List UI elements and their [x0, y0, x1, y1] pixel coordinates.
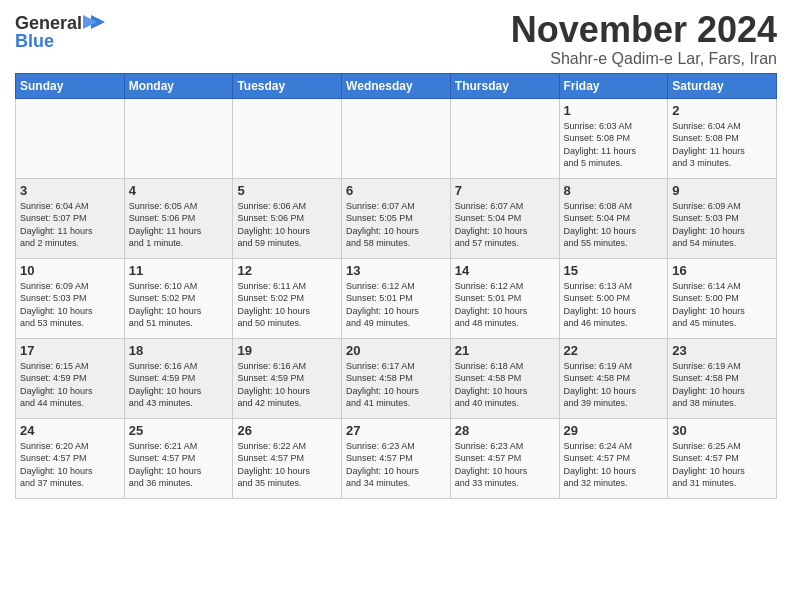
- day-info: Sunrise: 6:06 AM Sunset: 5:06 PM Dayligh…: [237, 200, 337, 250]
- cell-3-1: 18Sunrise: 6:16 AM Sunset: 4:59 PM Dayli…: [124, 338, 233, 418]
- week-row-5: 24Sunrise: 6:20 AM Sunset: 4:57 PM Dayli…: [16, 418, 777, 498]
- cell-0-0: [16, 98, 125, 178]
- header-wednesday: Wednesday: [342, 73, 451, 98]
- day-number: 20: [346, 343, 446, 358]
- cell-4-4: 28Sunrise: 6:23 AM Sunset: 4:57 PM Dayli…: [450, 418, 559, 498]
- day-number: 15: [564, 263, 664, 278]
- day-number: 2: [672, 103, 772, 118]
- day-number: 12: [237, 263, 337, 278]
- cell-4-5: 29Sunrise: 6:24 AM Sunset: 4:57 PM Dayli…: [559, 418, 668, 498]
- cell-2-1: 11Sunrise: 6:10 AM Sunset: 5:02 PM Dayli…: [124, 258, 233, 338]
- day-info: Sunrise: 6:21 AM Sunset: 4:57 PM Dayligh…: [129, 440, 229, 490]
- cell-1-1: 4Sunrise: 6:05 AM Sunset: 5:06 PM Daylig…: [124, 178, 233, 258]
- header-sunday: Sunday: [16, 73, 125, 98]
- day-info: Sunrise: 6:05 AM Sunset: 5:06 PM Dayligh…: [129, 200, 229, 250]
- day-info: Sunrise: 6:19 AM Sunset: 4:58 PM Dayligh…: [564, 360, 664, 410]
- cell-2-0: 10Sunrise: 6:09 AM Sunset: 5:03 PM Dayli…: [16, 258, 125, 338]
- day-info: Sunrise: 6:13 AM Sunset: 5:00 PM Dayligh…: [564, 280, 664, 330]
- day-info: Sunrise: 6:12 AM Sunset: 5:01 PM Dayligh…: [455, 280, 555, 330]
- cell-2-4: 14Sunrise: 6:12 AM Sunset: 5:01 PM Dayli…: [450, 258, 559, 338]
- cell-1-4: 7Sunrise: 6:07 AM Sunset: 5:04 PM Daylig…: [450, 178, 559, 258]
- day-number: 11: [129, 263, 229, 278]
- day-number: 6: [346, 183, 446, 198]
- day-number: 5: [237, 183, 337, 198]
- header-saturday: Saturday: [668, 73, 777, 98]
- header-monday: Monday: [124, 73, 233, 98]
- title-block: November 2024 Shahr-e Qadim-e Lar, Fars,…: [511, 10, 777, 68]
- day-number: 3: [20, 183, 120, 198]
- day-info: Sunrise: 6:20 AM Sunset: 4:57 PM Dayligh…: [20, 440, 120, 490]
- day-number: 13: [346, 263, 446, 278]
- day-info: Sunrise: 6:24 AM Sunset: 4:57 PM Dayligh…: [564, 440, 664, 490]
- day-number: 22: [564, 343, 664, 358]
- day-number: 29: [564, 423, 664, 438]
- month-title: November 2024: [511, 10, 777, 50]
- week-row-4: 17Sunrise: 6:15 AM Sunset: 4:59 PM Dayli…: [16, 338, 777, 418]
- day-number: 8: [564, 183, 664, 198]
- cell-1-6: 9Sunrise: 6:09 AM Sunset: 5:03 PM Daylig…: [668, 178, 777, 258]
- day-number: 19: [237, 343, 337, 358]
- location-title: Shahr-e Qadim-e Lar, Fars, Iran: [511, 50, 777, 68]
- day-info: Sunrise: 6:17 AM Sunset: 4:58 PM Dayligh…: [346, 360, 446, 410]
- day-info: Sunrise: 6:25 AM Sunset: 4:57 PM Dayligh…: [672, 440, 772, 490]
- header-row-days: Sunday Monday Tuesday Wednesday Thursday…: [16, 73, 777, 98]
- day-info: Sunrise: 6:07 AM Sunset: 5:04 PM Dayligh…: [455, 200, 555, 250]
- day-number: 17: [20, 343, 120, 358]
- day-info: Sunrise: 6:09 AM Sunset: 5:03 PM Dayligh…: [672, 200, 772, 250]
- cell-3-0: 17Sunrise: 6:15 AM Sunset: 4:59 PM Dayli…: [16, 338, 125, 418]
- cell-1-5: 8Sunrise: 6:08 AM Sunset: 5:04 PM Daylig…: [559, 178, 668, 258]
- day-info: Sunrise: 6:23 AM Sunset: 4:57 PM Dayligh…: [455, 440, 555, 490]
- header-thursday: Thursday: [450, 73, 559, 98]
- cell-1-0: 3Sunrise: 6:04 AM Sunset: 5:07 PM Daylig…: [16, 178, 125, 258]
- day-info: Sunrise: 6:10 AM Sunset: 5:02 PM Dayligh…: [129, 280, 229, 330]
- calendar-table: Sunday Monday Tuesday Wednesday Thursday…: [15, 73, 777, 499]
- cell-4-1: 25Sunrise: 6:21 AM Sunset: 4:57 PM Dayli…: [124, 418, 233, 498]
- cell-3-6: 23Sunrise: 6:19 AM Sunset: 4:58 PM Dayli…: [668, 338, 777, 418]
- day-info: Sunrise: 6:23 AM Sunset: 4:57 PM Dayligh…: [346, 440, 446, 490]
- week-row-3: 10Sunrise: 6:09 AM Sunset: 5:03 PM Dayli…: [16, 258, 777, 338]
- header-tuesday: Tuesday: [233, 73, 342, 98]
- cell-2-5: 15Sunrise: 6:13 AM Sunset: 5:00 PM Dayli…: [559, 258, 668, 338]
- logo-general: General: [15, 14, 82, 32]
- day-number: 9: [672, 183, 772, 198]
- cell-4-2: 26Sunrise: 6:22 AM Sunset: 4:57 PM Dayli…: [233, 418, 342, 498]
- day-number: 27: [346, 423, 446, 438]
- calendar-container: General Blue November 2024 Shahr-e Qadim…: [0, 0, 792, 504]
- cell-3-4: 21Sunrise: 6:18 AM Sunset: 4:58 PM Dayli…: [450, 338, 559, 418]
- cell-0-3: [342, 98, 451, 178]
- cell-0-2: [233, 98, 342, 178]
- cell-4-6: 30Sunrise: 6:25 AM Sunset: 4:57 PM Dayli…: [668, 418, 777, 498]
- day-number: 4: [129, 183, 229, 198]
- cell-2-3: 13Sunrise: 6:12 AM Sunset: 5:01 PM Dayli…: [342, 258, 451, 338]
- day-number: 18: [129, 343, 229, 358]
- day-number: 26: [237, 423, 337, 438]
- day-info: Sunrise: 6:12 AM Sunset: 5:01 PM Dayligh…: [346, 280, 446, 330]
- day-info: Sunrise: 6:15 AM Sunset: 4:59 PM Dayligh…: [20, 360, 120, 410]
- cell-1-2: 5Sunrise: 6:06 AM Sunset: 5:06 PM Daylig…: [233, 178, 342, 258]
- cell-1-3: 6Sunrise: 6:07 AM Sunset: 5:05 PM Daylig…: [342, 178, 451, 258]
- cell-4-0: 24Sunrise: 6:20 AM Sunset: 4:57 PM Dayli…: [16, 418, 125, 498]
- day-info: Sunrise: 6:04 AM Sunset: 5:08 PM Dayligh…: [672, 120, 772, 170]
- logo-icon: [83, 13, 105, 31]
- day-info: Sunrise: 6:09 AM Sunset: 5:03 PM Dayligh…: [20, 280, 120, 330]
- day-number: 30: [672, 423, 772, 438]
- day-info: Sunrise: 6:04 AM Sunset: 5:07 PM Dayligh…: [20, 200, 120, 250]
- day-info: Sunrise: 6:08 AM Sunset: 5:04 PM Dayligh…: [564, 200, 664, 250]
- cell-2-2: 12Sunrise: 6:11 AM Sunset: 5:02 PM Dayli…: [233, 258, 342, 338]
- day-number: 1: [564, 103, 664, 118]
- cell-0-5: 1Sunrise: 6:03 AM Sunset: 5:08 PM Daylig…: [559, 98, 668, 178]
- day-number: 14: [455, 263, 555, 278]
- day-number: 28: [455, 423, 555, 438]
- day-number: 24: [20, 423, 120, 438]
- day-number: 21: [455, 343, 555, 358]
- header-row: General Blue November 2024 Shahr-e Qadim…: [15, 10, 777, 68]
- day-number: 25: [129, 423, 229, 438]
- day-info: Sunrise: 6:11 AM Sunset: 5:02 PM Dayligh…: [237, 280, 337, 330]
- day-info: Sunrise: 6:18 AM Sunset: 4:58 PM Dayligh…: [455, 360, 555, 410]
- day-info: Sunrise: 6:07 AM Sunset: 5:05 PM Dayligh…: [346, 200, 446, 250]
- day-number: 16: [672, 263, 772, 278]
- logo-blue: Blue: [15, 32, 54, 50]
- cell-0-4: [450, 98, 559, 178]
- day-info: Sunrise: 6:22 AM Sunset: 4:57 PM Dayligh…: [237, 440, 337, 490]
- cell-0-1: [124, 98, 233, 178]
